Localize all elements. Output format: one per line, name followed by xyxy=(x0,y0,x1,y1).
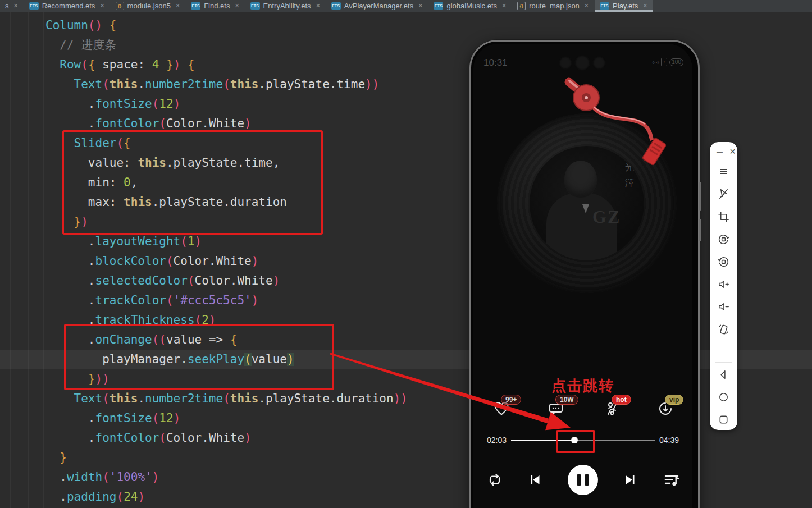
tab-label: AvPlayerManager.ets xyxy=(344,2,413,10)
tab-label: Play.ets xyxy=(613,2,638,10)
pause-button[interactable] xyxy=(568,465,598,495)
ets-file-icon: ETS xyxy=(331,2,341,10)
earphone-graphic xyxy=(473,66,692,246)
tab-route_map-json[interactable]: {}route_map.json✕ xyxy=(512,0,594,12)
share-badge: hot xyxy=(612,395,631,405)
tab-entryability-ets[interactable]: ETSEntryAbility.ets✕ xyxy=(245,0,326,12)
ets-file-icon: ETS xyxy=(29,2,39,10)
ets-file-icon: ETS xyxy=(434,2,443,10)
status-icons: ‹··› ! 100 xyxy=(652,58,683,66)
menu-button[interactable] xyxy=(710,164,737,178)
tab-close-icon[interactable]: ✕ xyxy=(13,2,19,10)
share-button[interactable]: hot xyxy=(603,400,622,419)
volume-up-button[interactable] xyxy=(710,277,737,291)
tab-label: globalMusic.ets xyxy=(446,2,497,10)
tab-recommend-ets[interactable]: ETSRecommend.ets✕ xyxy=(24,0,110,12)
comments-button[interactable]: 10W xyxy=(547,400,566,419)
code-line-23[interactable]: } xyxy=(45,448,408,468)
next-track-button[interactable] xyxy=(622,472,638,488)
elapsed-time: 02:03 xyxy=(487,436,507,445)
song-action-row: 99+10Whotvip xyxy=(473,397,692,425)
tab-s[interactable]: s✕ xyxy=(0,0,24,12)
tab-close-icon[interactable]: ✕ xyxy=(316,2,321,10)
code-line-12[interactable]: .layoutWeight(1) xyxy=(45,232,408,251)
tab-close-icon[interactable]: ✕ xyxy=(418,2,423,10)
annotation-box-slider-thumb xyxy=(556,430,595,453)
code-line-25[interactable]: .padding(24) xyxy=(45,487,408,507)
tab-close-icon[interactable]: ✕ xyxy=(642,2,647,10)
ets-file-icon: ETS xyxy=(191,2,200,10)
battery-alert-icon: ! xyxy=(661,58,667,66)
tab-close-icon[interactable]: ✕ xyxy=(584,2,589,10)
code-line-3[interactable]: Row({ space: 4 }) { xyxy=(45,55,408,75)
gutter-guide xyxy=(43,12,44,508)
code-line-5[interactable]: .fontSize(12) xyxy=(45,94,408,114)
like-button[interactable]: 99+ xyxy=(492,400,512,419)
repeat-button[interactable] xyxy=(486,472,503,488)
code-line-4[interactable]: Text(this.number2time(this.playState.tim… xyxy=(45,75,408,94)
volume-down-button[interactable] xyxy=(710,300,737,313)
annotation-box-onchange xyxy=(64,324,334,390)
tab-close-icon[interactable]: ✕ xyxy=(99,2,104,10)
tab-close-icon[interactable]: ✕ xyxy=(175,2,180,10)
network-icon: ‹··› xyxy=(652,58,659,66)
rotate-left-button[interactable] xyxy=(710,232,737,246)
tab-label: s xyxy=(5,2,9,10)
nav-recents-button[interactable] xyxy=(710,413,737,426)
comments-badge: 10W xyxy=(555,395,578,405)
phone-power-button xyxy=(699,219,701,241)
crop-button[interactable] xyxy=(710,210,737,223)
minimize-button[interactable]: — xyxy=(715,148,724,155)
json-file-icon: {} xyxy=(116,2,124,10)
ide-window: s✕ETSRecommend.ets✕{}module.json5✕ETSFin… xyxy=(0,0,812,508)
previous-track-button[interactable] xyxy=(527,472,543,488)
tab-close-icon[interactable]: ✕ xyxy=(501,2,507,10)
json-file-icon: {} xyxy=(517,2,526,10)
shake-device-button[interactable] xyxy=(710,322,737,336)
tab-globalmusic-ets[interactable]: ETSglobalMusic.ets✕ xyxy=(428,0,512,12)
tab-play-ets[interactable]: ETSPlay.ets✕ xyxy=(595,0,653,12)
code-text[interactable]: Column() { // 进度条 Row({ space: 4 }) { Te… xyxy=(45,16,408,507)
tab-label: module.json5 xyxy=(127,2,171,10)
toolbar-divider xyxy=(715,182,732,182)
code-line-2[interactable]: // 进度条 xyxy=(45,35,408,55)
code-line-21[interactable]: .fontSize(12) xyxy=(45,409,408,428)
code-line-22[interactable]: .fontColor(Color.White) xyxy=(45,428,408,448)
tap-to-seek-hint: 点击跳转 xyxy=(473,376,692,396)
tab-label: route_map.json xyxy=(529,2,580,10)
nav-home-button[interactable] xyxy=(710,390,737,404)
player-controls xyxy=(473,464,692,498)
nav-back-button[interactable] xyxy=(710,368,737,381)
playlist-button[interactable] xyxy=(663,471,681,489)
tab-close-icon[interactable]: ✕ xyxy=(234,2,239,10)
code-line-14[interactable]: .selectedColor(Color.White) xyxy=(45,271,408,291)
like-badge: 99+ xyxy=(501,395,521,405)
pointer-off-button[interactable] xyxy=(710,187,737,200)
phone-volume-button xyxy=(699,182,701,211)
toolbar-divider xyxy=(715,362,732,363)
tab-label: Find.ets xyxy=(204,2,230,10)
code-line-24[interactable]: .width('100%') xyxy=(45,468,408,487)
editor-tab-bar: s✕ETSRecommend.ets✕{}module.json5✕ETSFin… xyxy=(0,0,812,12)
rotate-right-button[interactable] xyxy=(710,255,737,268)
code-line-20[interactable]: Text(this.number2time(this.playState.dur… xyxy=(45,389,408,409)
previewer-toolbar: — ✕ xyxy=(710,142,737,430)
gutter-guide xyxy=(10,12,11,508)
replay-badge: vip xyxy=(665,395,683,405)
battery-level-badge: 100 xyxy=(669,58,683,66)
pause-icon xyxy=(568,465,598,495)
ets-file-icon: ETS xyxy=(600,2,609,10)
tab-find-ets[interactable]: ETSFind.ets✕ xyxy=(186,0,244,12)
tab-label: Recommend.ets xyxy=(42,2,95,10)
ets-file-icon: ETS xyxy=(250,2,260,10)
close-button[interactable]: ✕ xyxy=(728,147,737,156)
code-line-13[interactable]: .blockColor(Color.White) xyxy=(45,251,408,271)
tab-avplayermanager-ets[interactable]: ETSAvPlayerManager.ets✕ xyxy=(326,0,428,12)
replay-button[interactable]: vip xyxy=(656,400,676,419)
annotation-box-slider-config xyxy=(62,130,323,235)
code-line-15[interactable]: .trackColor('#ccc5c5c5') xyxy=(45,291,408,310)
code-line-1[interactable]: Column() { xyxy=(45,16,408,35)
tab-module-json5[interactable]: {}module.json5✕ xyxy=(111,0,186,12)
gutter-guide xyxy=(28,12,29,508)
tab-label: EntryAbility.ets xyxy=(263,2,311,10)
